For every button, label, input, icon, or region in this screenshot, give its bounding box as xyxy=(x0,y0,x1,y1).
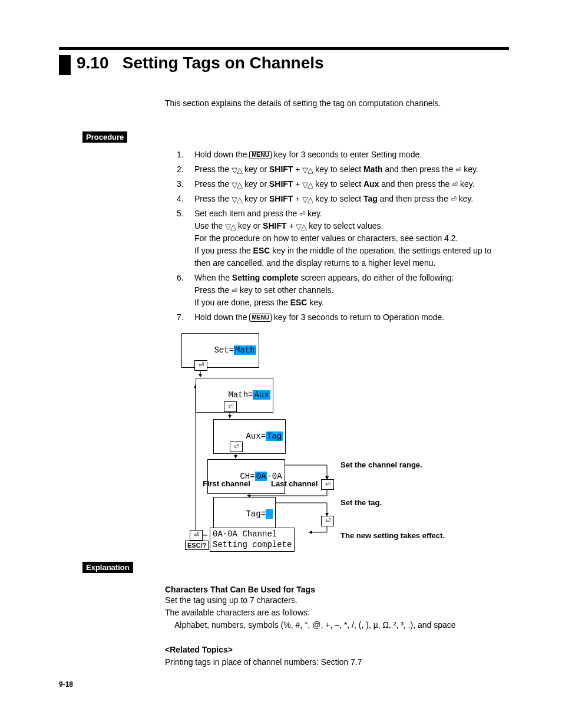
updown-key-icon: ▽△ xyxy=(232,179,242,191)
updown-key-icon: ▽△ xyxy=(302,194,313,206)
box-set-math: Set=Math xyxy=(181,333,259,368)
related-topics-heading: <Related Topics> xyxy=(165,644,509,656)
enter-icon: ⏎ xyxy=(194,360,207,371)
label-first-channel: First channel xyxy=(203,479,250,488)
explanation-body: Characters That Can Be Used for Tags Set… xyxy=(165,585,509,668)
enter-key-icon: ⏎ xyxy=(299,209,305,219)
enter-icon: ⏎ xyxy=(230,442,243,452)
enter-key-icon: ⏎ xyxy=(451,194,457,205)
procedure-steps: 1. Hold down the MENU key for 3 seconds … xyxy=(177,149,509,324)
flow-diagram: Set=Math ⏎ Math=Aux ⏎ Aux=Tag ⏎ CH=0A-0A… xyxy=(177,332,509,550)
label-set-tag: Set the tag. xyxy=(340,498,382,507)
enter-icon: ⏎ xyxy=(321,516,334,526)
step-4: 4. Press the ▽△ key or SHIFT + ▽△ key to… xyxy=(177,193,509,205)
menu-key-icon: MENU xyxy=(249,314,271,322)
menu-key-icon: MENU xyxy=(249,151,271,159)
label-set-channel-range: Set the channel range. xyxy=(340,460,422,469)
box-setting-complete: 0A-0A Channel Setting complete xyxy=(210,528,295,551)
esc-key-icon: ESC/? xyxy=(185,541,209,550)
updown-key-icon: ▽△ xyxy=(302,164,313,176)
enter-key-icon: ⏎ xyxy=(232,285,237,296)
page-number: 9-18 xyxy=(59,680,73,689)
updown-key-icon: ▽△ xyxy=(232,164,242,176)
enter-key-icon: ⏎ xyxy=(452,179,458,190)
label-new-setting-effect: The new setting takes effect. xyxy=(340,531,445,540)
box-aux-tag: Aux=Tag xyxy=(213,419,286,454)
title-text: Setting Tags on Channels xyxy=(123,54,324,72)
step-7: 7. Hold down the MENU key for 3 seconds … xyxy=(177,311,509,324)
box-tag: Tag= xyxy=(213,497,276,532)
updown-key-icon: ▽△ xyxy=(225,221,236,233)
updown-key-icon: ▽△ xyxy=(232,194,242,206)
box-ch-range: CH=0A-0A xyxy=(207,459,285,494)
title-number: 9.10 xyxy=(77,54,109,72)
step-5: 5. Set each item and press the ⏎ key. Us… xyxy=(177,207,509,269)
enter-icon: ⏎ xyxy=(224,401,237,412)
intro-text: This section explains the details of set… xyxy=(165,98,509,108)
updown-key-icon: ▽△ xyxy=(302,179,313,191)
step-6: 6. When the Setting complete screen appe… xyxy=(177,272,509,309)
enter-icon: ⏎ xyxy=(190,530,203,541)
enter-icon: ⏎ xyxy=(321,479,334,490)
explanation-heading: Characters That Can Be Used for Tags xyxy=(165,585,509,594)
procedure-label: Procedure xyxy=(82,131,127,143)
enter-key-icon: ⏎ xyxy=(455,164,461,175)
updown-key-icon: ▽△ xyxy=(296,221,306,233)
step-1: 1. Hold down the MENU key for 3 seconds … xyxy=(177,149,509,161)
explanation-label: Explanation xyxy=(82,562,133,573)
page-title: 9.10 Setting Tags on Channels xyxy=(59,52,509,75)
step-2: 2. Press the ▽△ key or SHIFT + ▽△ key to… xyxy=(177,163,509,176)
step-3: 3. Press the ▽△ key or SHIFT + ▽△ key to… xyxy=(177,178,509,190)
label-last-channel: Last channel xyxy=(271,479,318,488)
